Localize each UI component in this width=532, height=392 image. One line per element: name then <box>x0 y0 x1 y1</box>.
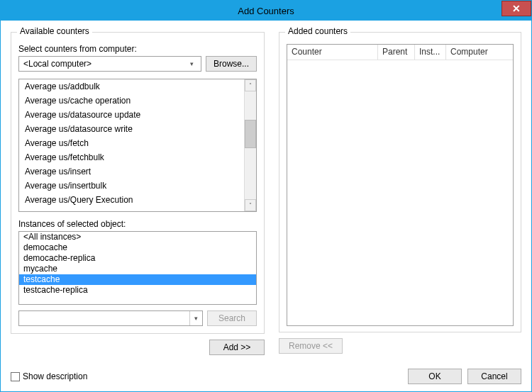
dialog-content: Available counters Select counters from … <box>1 21 531 359</box>
add-button[interactable]: Add >> <box>209 340 265 355</box>
checkbox-icon <box>11 372 20 381</box>
counter-item[interactable]: Average us/insertbulk <box>19 179 244 193</box>
col-parent[interactable]: Parent <box>378 45 415 60</box>
counter-item[interactable]: Average us/datasource update <box>19 108 244 122</box>
added-counters-table: Counter Parent Inst... Computer <box>287 44 514 326</box>
computer-row: <Local computer> ▾ Browse... <box>18 56 257 72</box>
add-row: Add >> <box>11 340 265 355</box>
instances-label: Instances of selected object: <box>18 219 257 229</box>
search-row: ▾ Search <box>18 310 257 326</box>
instance-item[interactable]: mycache <box>19 264 256 274</box>
ok-button[interactable]: OK <box>408 369 462 384</box>
chevron-down-icon: ▾ <box>189 311 202 325</box>
added-counters-label: Added counters <box>285 26 350 36</box>
counters-scrollbar[interactable]: ˄ ˅ <box>244 79 256 211</box>
left-panel: Available counters Select counters from … <box>11 28 265 354</box>
dialog-buttons: OK Cancel <box>408 369 521 384</box>
scroll-thumb[interactable] <box>245 120 256 148</box>
counter-item[interactable]: Average us/addbulk <box>19 79 244 94</box>
counter-item[interactable]: Average us/cache operation <box>19 94 244 108</box>
col-computer[interactable]: Computer <box>446 45 513 60</box>
scroll-track[interactable] <box>245 91 256 199</box>
counter-item[interactable]: Average us/Query Execution <box>19 193 244 207</box>
close-button[interactable]: ✕ <box>501 1 531 16</box>
show-description-label: Show description <box>23 371 87 381</box>
select-computer-label: Select counters from computer: <box>18 44 257 54</box>
scroll-down-icon[interactable]: ˅ <box>245 199 256 211</box>
counters-listbox[interactable]: Average us/addbulk Average us/cache oper… <box>18 79 257 212</box>
counter-item[interactable]: Average us/fetch <box>19 136 244 150</box>
dialog-footer: Show description OK Cancel <box>11 369 521 384</box>
remove-row: Remove << <box>279 338 521 354</box>
available-counters-group: Available counters Select counters from … <box>11 32 265 334</box>
search-button[interactable]: Search <box>207 310 257 326</box>
scroll-up-icon[interactable]: ˄ <box>245 79 256 91</box>
close-icon: ✕ <box>512 3 521 14</box>
instance-item[interactable]: democache <box>19 242 256 253</box>
add-counters-dialog: Add Counters ✕ Available counters Select… <box>0 0 532 392</box>
counter-item[interactable]: Average us/fetchbulk <box>19 150 244 164</box>
computer-combo-value: <Local computer> <box>23 59 92 69</box>
col-counter[interactable]: Counter <box>287 45 378 60</box>
browse-button[interactable]: Browse... <box>206 56 257 72</box>
added-counters-group: Added counters Counter Parent Inst... Co… <box>279 32 521 332</box>
chevron-down-icon: ▾ <box>187 57 198 70</box>
window-title: Add Counters <box>238 6 294 16</box>
computer-combo[interactable]: <Local computer> ▾ <box>18 56 201 72</box>
table-header: Counter Parent Inst... Computer <box>287 45 513 60</box>
remove-button[interactable]: Remove << <box>279 338 343 354</box>
table-body[interactable] <box>287 60 513 325</box>
instance-item[interactable]: democache-replica <box>19 253 256 264</box>
titlebar: Add Counters ✕ <box>1 1 531 21</box>
available-counters-label: Available counters <box>17 26 92 36</box>
col-inst[interactable]: Inst... <box>415 45 446 60</box>
counters-list-inner: Average us/addbulk Average us/cache oper… <box>19 79 244 211</box>
counter-item[interactable]: Average us/insert <box>19 164 244 179</box>
instances-listbox[interactable]: <All instances> democache democache-repl… <box>18 231 257 305</box>
instance-item[interactable]: <All instances> <box>19 232 256 242</box>
instance-item[interactable]: testcache-replica <box>19 285 256 296</box>
counter-item[interactable]: Average us/datasource write <box>19 122 244 136</box>
right-panel: Added counters Counter Parent Inst... Co… <box>279 28 521 354</box>
cancel-button[interactable]: Cancel <box>467 369 521 384</box>
show-description-checkbox[interactable]: Show description <box>11 371 87 381</box>
search-combo[interactable]: ▾ <box>18 310 203 326</box>
instance-item[interactable]: testcache <box>19 274 256 285</box>
